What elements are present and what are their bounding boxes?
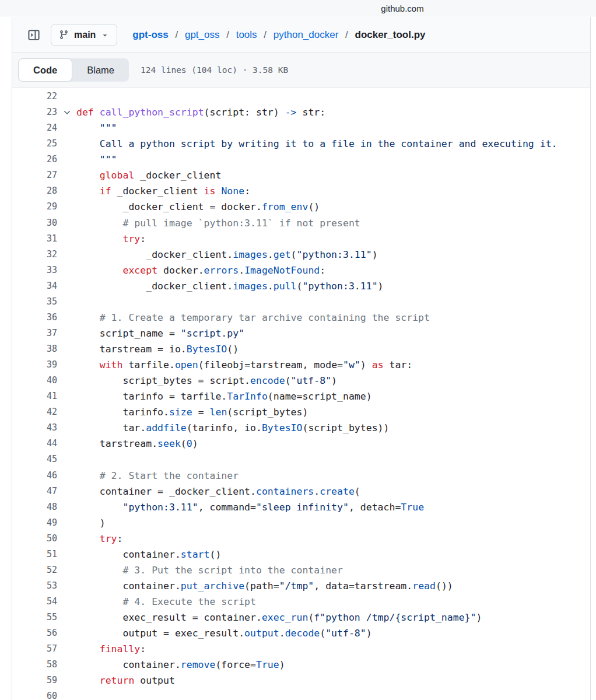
file-view-panel: main gpt-oss / gpt_oss / tools / python_… xyxy=(12,17,591,700)
code-line: 24 """ xyxy=(12,120,590,136)
line-number[interactable]: 27 xyxy=(12,167,57,183)
line-number[interactable]: 30 xyxy=(12,215,57,231)
chevron-spacer xyxy=(57,262,76,278)
line-number[interactable]: 54 xyxy=(12,594,57,610)
code-token: addfile xyxy=(146,422,187,433)
code-token: as xyxy=(372,359,384,370)
code-token: decode xyxy=(285,628,320,639)
line-number[interactable]: 31 xyxy=(12,231,57,247)
code-token: errors xyxy=(204,265,239,276)
line-number[interactable]: 25 xyxy=(12,136,57,152)
line-number[interactable]: 42 xyxy=(12,404,57,420)
code-token: True xyxy=(256,659,279,670)
breadcrumb-repo-link[interactable]: gpt-oss xyxy=(132,29,168,40)
code-token xyxy=(76,675,100,686)
line-number[interactable]: 58 xyxy=(12,657,57,673)
code-token: # 2. Start the container xyxy=(100,470,239,481)
chevron-spacer xyxy=(57,231,76,247)
line-number[interactable]: 29 xyxy=(12,199,57,215)
line-number[interactable]: 24 xyxy=(12,120,57,136)
line-number[interactable]: 44 xyxy=(12,436,57,452)
line-number[interactable]: 52 xyxy=(12,562,57,578)
code-token: ( xyxy=(285,375,291,386)
branch-selector-button[interactable]: main xyxy=(51,24,117,46)
code-token: . xyxy=(239,265,244,276)
line-number[interactable]: 49 xyxy=(12,515,57,531)
code-token: "sleep infinity" xyxy=(256,502,349,513)
line-number[interactable]: 51 xyxy=(12,547,57,562)
file-toolbar: Code Blame 124 lines (104 loc) · 3.58 KB xyxy=(12,53,590,88)
tab-code[interactable]: Code xyxy=(18,58,72,82)
line-number[interactable]: 56 xyxy=(12,625,57,641)
code-token: remove xyxy=(181,659,216,670)
line-number[interactable]: 28 xyxy=(12,183,57,199)
chevron-spacer xyxy=(57,183,76,199)
line-number[interactable]: 57 xyxy=(12,641,57,657)
code-token: : xyxy=(244,186,250,197)
code-token: ( xyxy=(291,249,297,260)
line-number[interactable]: 35 xyxy=(12,294,57,310)
line-number[interactable]: 33 xyxy=(12,262,57,278)
line-number[interactable]: 60 xyxy=(12,688,57,700)
code-line: 29 _docker_client = docker.from_env() xyxy=(12,199,590,215)
breadcrumb-separator: / xyxy=(175,29,178,40)
code-token: read xyxy=(412,580,436,592)
collapse-chevron-icon[interactable] xyxy=(57,104,76,120)
chevron-spacer xyxy=(57,625,76,641)
line-number[interactable]: 59 xyxy=(12,673,57,688)
code-token: output = exec_result. xyxy=(76,628,244,639)
browser-url-bar[interactable]: github.com xyxy=(0,0,596,16)
line-number[interactable]: 23 xyxy=(12,104,57,120)
code-token: None xyxy=(221,186,244,197)
code-token: def xyxy=(76,107,100,118)
line-number[interactable]: 22 xyxy=(12,89,57,104)
code-token: size xyxy=(169,407,192,418)
chevron-spacer xyxy=(57,688,76,700)
line-number[interactable]: 32 xyxy=(12,247,57,262)
chevron-spacer xyxy=(57,247,76,262)
line-number[interactable]: 36 xyxy=(12,310,57,326)
code-text: script_bytes = script.encode("utf-8") xyxy=(76,373,337,388)
code-token: . xyxy=(268,249,274,260)
line-number[interactable]: 55 xyxy=(12,610,57,625)
breadcrumb-dir-link-tools[interactable]: tools xyxy=(236,29,257,40)
code-token: : xyxy=(140,233,146,244)
line-number[interactable]: 38 xyxy=(12,341,57,357)
code-text: except docker.errors.ImageNotFound: xyxy=(76,262,325,278)
tab-blame[interactable]: Blame xyxy=(72,58,129,82)
code-text: def call_python_script(script: str) -> s… xyxy=(76,104,325,120)
line-number[interactable]: 47 xyxy=(12,484,57,499)
code-token: script_name = xyxy=(76,328,181,339)
code-token: -> xyxy=(285,107,297,118)
code-token: _docker_client. xyxy=(76,249,233,260)
code-line: 34 _docker_client.images.pull("python:3.… xyxy=(12,278,590,294)
code-line: 49 ) xyxy=(12,515,590,531)
code-line: 31 try: xyxy=(12,231,590,247)
chevron-down-icon xyxy=(101,31,109,39)
expand-file-tree-button[interactable] xyxy=(24,25,44,45)
code-text: global _docker_client xyxy=(76,167,221,183)
line-number[interactable]: 48 xyxy=(12,499,57,515)
line-number[interactable]: 53 xyxy=(12,578,57,594)
code-text: exec_result = container.exec_run(f"pytho… xyxy=(76,610,482,625)
line-number[interactable]: 26 xyxy=(12,152,57,167)
code-token: container. xyxy=(76,549,181,560)
line-number[interactable]: 40 xyxy=(12,373,57,388)
line-number[interactable]: 39 xyxy=(12,357,57,373)
code-token: encode xyxy=(250,375,285,386)
line-number[interactable]: 41 xyxy=(12,388,57,404)
code-token: _docker_client xyxy=(111,186,204,197)
chevron-spacer xyxy=(57,310,76,326)
breadcrumb-dir-link-python-docker[interactable]: python_docker xyxy=(274,29,339,40)
line-number[interactable]: 43 xyxy=(12,420,57,436)
breadcrumb-dir-link-gpt-oss[interactable]: gpt_oss xyxy=(185,29,220,40)
line-number[interactable]: 46 xyxy=(12,468,57,484)
line-number[interactable]: 34 xyxy=(12,278,57,294)
code-token: (script_bytes)) xyxy=(302,422,389,433)
line-number[interactable]: 50 xyxy=(12,531,57,547)
line-number[interactable]: 37 xyxy=(12,326,57,341)
code-line: 57 finally: xyxy=(12,641,590,657)
line-number[interactable]: 45 xyxy=(12,452,57,467)
code-token xyxy=(76,170,100,181)
code-token: _docker_client = docker. xyxy=(76,201,262,212)
